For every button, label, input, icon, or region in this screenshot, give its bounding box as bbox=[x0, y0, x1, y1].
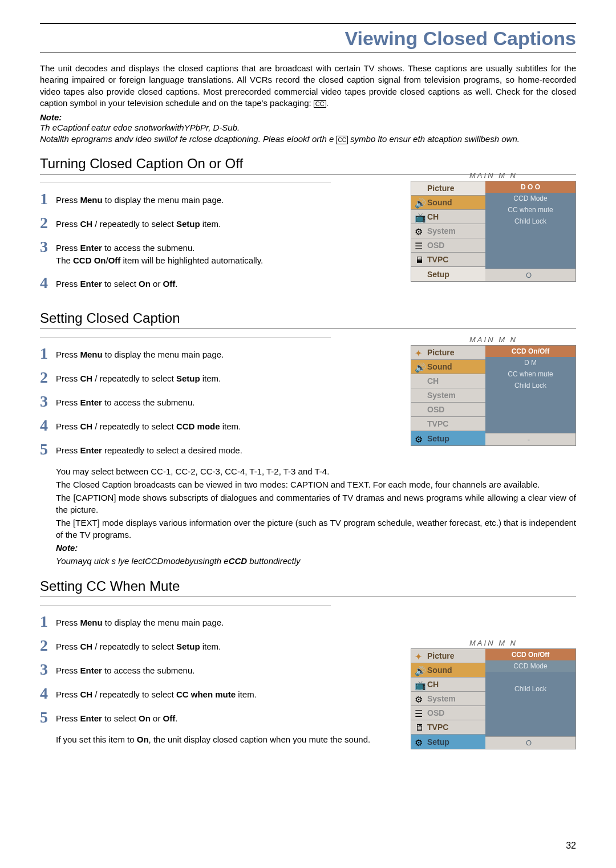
step-num: 1 bbox=[40, 191, 56, 207]
setup-icon: ⚙ bbox=[415, 434, 425, 443]
osd-menu-1: MAIN M N Picture 🔊Sound 📺CH ⚙System ☰OSD… bbox=[411, 171, 576, 282]
menu-item-setup: ⚙Setup bbox=[411, 735, 485, 749]
step-num: 5 bbox=[40, 441, 56, 457]
menu-item-osd: ☰OSD bbox=[411, 238, 485, 253]
submenu-ccd-mode: D M bbox=[485, 357, 576, 368]
menu-item-tvpc: TVPC bbox=[411, 417, 485, 431]
menu-item-tvpc: 🖥TVPC bbox=[411, 720, 485, 735]
list-icon bbox=[415, 405, 425, 414]
note-2b: symbo lto ensur eth atcaption swillbesh … bbox=[350, 134, 520, 144]
cont-l3: The [CAPTION] mode shows subscripts of d… bbox=[56, 492, 576, 516]
menu-label: OSD bbox=[427, 241, 444, 250]
menu-item-sound: 🔊Sound bbox=[411, 663, 485, 678]
menu-label: Setup bbox=[427, 270, 449, 279]
menu-footer: - bbox=[485, 433, 576, 445]
page-title: Viewing Closed Captions bbox=[40, 27, 576, 50]
menu-label: TVPC bbox=[427, 255, 448, 264]
intro-text: The unit decodes and displays the closed… bbox=[40, 63, 576, 108]
osd-menu-3: MAIN M N ✦Picture 🔊Sound 📺CH ⚙System ☰OS… bbox=[411, 639, 576, 749]
spacer bbox=[485, 227, 576, 269]
sound-icon: 🔊 bbox=[415, 666, 425, 675]
menu-box: ✦Picture 🔊Sound CH System OSD TVPC ⚙Setu… bbox=[411, 345, 576, 446]
menu-item-picture: ✦Picture bbox=[411, 346, 485, 360]
menu-title: MAIN M N bbox=[411, 639, 576, 647]
rule bbox=[40, 182, 331, 183]
section-3-title: Setting CC When Mute bbox=[40, 578, 576, 597]
menu-label: Picture bbox=[427, 651, 454, 660]
step-num: 4 bbox=[40, 686, 56, 701]
menu-label: Sound bbox=[427, 666, 452, 675]
cont-note-label: Note: bbox=[56, 543, 78, 553]
monitor-icon: 🖥 bbox=[415, 255, 425, 264]
menu-box: Picture 🔊Sound 📺CH ⚙System ☰OSD 🖥TVPC Se… bbox=[411, 181, 576, 282]
note-line-1: Th eCaptionf eatur edoe snotworkwithYPbP… bbox=[40, 122, 576, 133]
gear-icon: ⚙ bbox=[415, 226, 425, 236]
monitor-icon bbox=[415, 419, 425, 428]
picture-icon: ✦ bbox=[415, 651, 425, 660]
menu-right: CCD On/Off D M CC when mute Child Lock - bbox=[485, 346, 576, 445]
submenu-child-lock: Child Lock bbox=[485, 380, 576, 391]
menu-footer: O bbox=[485, 269, 576, 281]
rule bbox=[40, 337, 331, 338]
note-label: Note: bbox=[40, 112, 576, 122]
submenu-cc-when-mute: CC when mute bbox=[485, 204, 576, 216]
cc-symbol-box: CC bbox=[314, 100, 326, 108]
step-num: 2 bbox=[40, 638, 56, 654]
note-line-2: Notallth eprograms andv ideo swillof fe … bbox=[40, 133, 576, 145]
menu-item-osd: ☰OSD bbox=[411, 706, 485, 720]
list-icon: ☰ bbox=[415, 241, 425, 250]
tv-icon: 📺 bbox=[415, 680, 425, 689]
menu-item-tvpc: 🖥TVPC bbox=[411, 253, 485, 267]
sound-icon: 🔊 bbox=[415, 362, 425, 371]
gear-icon bbox=[415, 391, 425, 400]
menu-item-ch: CH bbox=[411, 374, 485, 388]
picture-icon bbox=[415, 184, 425, 193]
menu-right: CCD On/Off CCD Mode Child Lock O bbox=[485, 649, 576, 749]
menu-item-setup: Setup bbox=[411, 267, 485, 281]
note-2a: Notallth eprograms andv ideo swillof fe … bbox=[40, 134, 334, 144]
title-bar: Viewing Closed Captions bbox=[40, 23, 576, 52]
picture-icon: ✦ bbox=[415, 348, 425, 357]
step-num: 1 bbox=[40, 346, 56, 362]
step-text: Press Menu to display the menu main page… bbox=[56, 614, 576, 629]
setup-icon: ⚙ bbox=[415, 737, 425, 747]
cont-l1: You may select between CC-1, CC-2, CC-3,… bbox=[56, 465, 576, 477]
menu-label: CH bbox=[427, 680, 439, 689]
menu-label: Picture bbox=[427, 348, 454, 357]
menu-item-picture: ✦Picture bbox=[411, 649, 485, 663]
cc-small-icon: CC bbox=[336, 136, 347, 144]
menu-label: OSD bbox=[427, 708, 444, 717]
submenu-child-lock: Child Lock bbox=[485, 683, 576, 695]
submenu-ccd-onoff: CCD On/Off bbox=[485, 346, 576, 357]
submenu-blank bbox=[485, 672, 576, 683]
tv-icon bbox=[415, 376, 425, 386]
menu-item-ch: 📺CH bbox=[411, 678, 485, 692]
menu-label: TVPC bbox=[427, 723, 448, 732]
step-num: 3 bbox=[40, 394, 56, 409]
menu-label: Setup bbox=[427, 434, 449, 443]
menu-label: CH bbox=[427, 212, 439, 221]
menu-item-sound: 🔊Sound bbox=[411, 196, 485, 210]
submenu-ccd-mode: CCD Mode bbox=[485, 660, 576, 672]
menu-right: D O O CCD Mode CC when mute Child Lock O bbox=[485, 181, 576, 281]
gear-icon: ⚙ bbox=[415, 694, 425, 703]
step-num: 4 bbox=[40, 417, 56, 433]
step-num: 2 bbox=[40, 370, 56, 386]
submenu-ccd-onoff: D O O bbox=[485, 181, 576, 193]
menu-label: System bbox=[427, 694, 456, 703]
setup-icon bbox=[415, 270, 425, 279]
page-number: 32 bbox=[566, 841, 576, 851]
menu-item-ch: 📺CH bbox=[411, 210, 485, 224]
menu-label: System bbox=[427, 226, 456, 236]
menu-box: ✦Picture 🔊Sound 📺CH ⚙System ☰OSD 🖥TVPC ⚙… bbox=[411, 648, 576, 749]
submenu-cc-when-mute: CC when mute bbox=[485, 368, 576, 380]
spacer bbox=[485, 391, 576, 433]
menu-item-sound: 🔊Sound bbox=[411, 360, 485, 374]
step-num: 1 bbox=[40, 614, 56, 630]
menu-left: ✦Picture 🔊Sound 📺CH ⚙System ☰OSD 🖥TVPC ⚙… bbox=[411, 649, 485, 749]
menu-label: Sound bbox=[427, 362, 452, 371]
step-num: 2 bbox=[40, 215, 56, 231]
menu-label: CH bbox=[427, 376, 439, 386]
list-icon: ☰ bbox=[415, 708, 425, 717]
step-num: 4 bbox=[40, 275, 56, 291]
